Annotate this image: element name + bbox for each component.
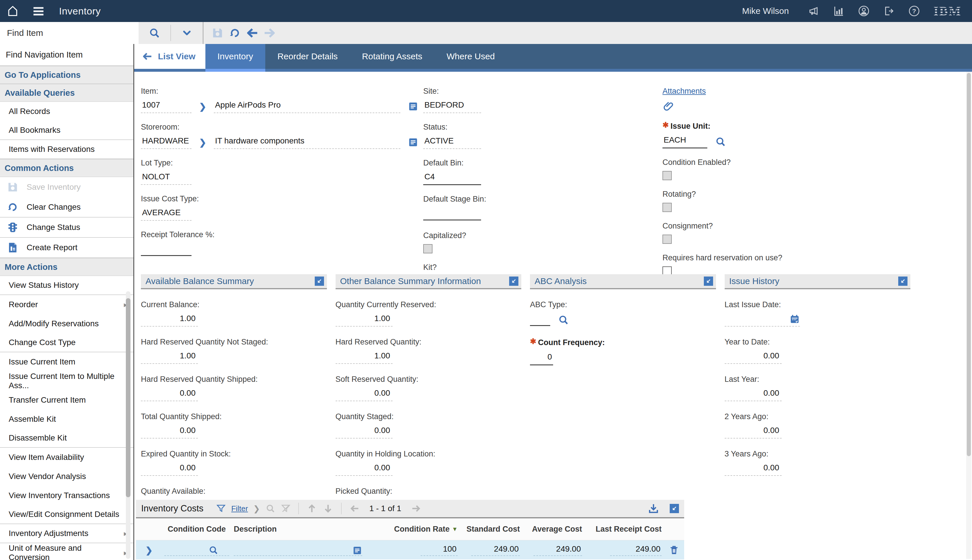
issue-unit-input[interactable]: EACH	[662, 135, 707, 148]
sidebar-item-items-with-reservations[interactable]: Items with Reservations	[0, 140, 133, 159]
maximize-panel-icon[interactable]	[704, 277, 713, 286]
sidebar-item-all-records[interactable]: All Records	[0, 102, 133, 121]
action-view-edit-consignment-details[interactable]: View/Edit Consignment Details	[0, 505, 133, 524]
sidebar-section-common-actions[interactable]: Common Actions	[0, 159, 133, 177]
action-view-item-availability[interactable]: View Item Availability	[0, 448, 133, 467]
abc-type-input[interactable]	[530, 314, 550, 326]
action-view-inventory-transactions[interactable]: View Inventory Transactions	[0, 486, 133, 505]
last-issue-date-input[interactable]	[725, 314, 789, 324]
home-button[interactable]	[0, 0, 25, 22]
row-description-cell[interactable]	[232, 540, 365, 559]
find-search-button[interactable]	[138, 22, 170, 44]
delete-row-icon[interactable]	[669, 545, 680, 556]
main-scrollbar-thumb[interactable]	[967, 73, 971, 456]
save-icon[interactable]	[211, 26, 224, 40]
maximize-table-icon[interactable]	[670, 504, 679, 513]
row-condition-rate[interactable]: 100	[421, 544, 458, 556]
profile-icon[interactable]	[858, 5, 870, 17]
item-description[interactable]: Apple AirPods Pro	[214, 100, 400, 113]
next-record-icon[interactable]	[263, 26, 276, 40]
item-detail-menu-icon[interactable]	[408, 101, 418, 112]
paperclip-icon[interactable]	[662, 100, 674, 112]
sidebar-section-go-to[interactable]: Go To Applications	[0, 66, 133, 84]
sidebar-item-all-bookmarks[interactable]: All Bookmarks	[0, 121, 133, 140]
column-average-cost[interactable]: Average Cost	[522, 518, 584, 540]
column-last-receipt-cost[interactable]: Last Receipt Cost	[584, 518, 664, 540]
storeroom-description[interactable]: IT hardware components	[214, 136, 400, 149]
abc-type-lookup-icon[interactable]	[558, 314, 569, 326]
inventory-costs-section: Inventory Costs Filter ❯ 1 - 1	[136, 500, 684, 559]
query-dropdown-button[interactable]	[171, 22, 203, 44]
action-transfer-current-item[interactable]: Transfer Current Item	[0, 390, 133, 410]
announcements-icon[interactable]	[808, 5, 820, 17]
field-default-bin: Default Bin: C4	[423, 158, 655, 185]
find-item-input[interactable]	[0, 22, 138, 44]
attachments-link[interactable]: Attachments	[662, 87, 972, 96]
row-average-cost[interactable]: 249.00	[534, 544, 582, 556]
download-icon[interactable]	[648, 503, 659, 514]
calendar-icon[interactable]	[789, 314, 800, 324]
sidebar-scrollbar-thumb[interactable]	[126, 298, 130, 497]
sidebar-section-more-actions[interactable]: More Actions	[0, 258, 133, 276]
action-disassemble-kit[interactable]: Disassemble Kit	[0, 429, 133, 448]
signout-icon[interactable]	[883, 5, 895, 17]
action-unit-of-measure[interactable]: Unit of Measure and Conversion▸	[0, 543, 133, 560]
maximize-panel-icon[interactable]	[898, 277, 907, 286]
reports-icon[interactable]	[833, 5, 844, 17]
tab-rotating-assets[interactable]: Rotating Assets	[350, 44, 434, 69]
action-add-modify-reservations[interactable]: Add/Modify Reservations	[0, 314, 133, 333]
user-name[interactable]: Mike Wilson	[742, 6, 789, 16]
row-standard-cost[interactable]: 249.00	[471, 544, 520, 556]
tab-inventory[interactable]: Inventory	[205, 44, 265, 69]
storeroom-detail-menu-icon[interactable]	[408, 137, 418, 148]
clear-changes-icon[interactable]	[228, 26, 242, 40]
row-last-receipt-cost[interactable]: 249.00	[610, 544, 662, 556]
sidebar-section-available-queries[interactable]: Available Queries	[0, 84, 133, 102]
action-create-report[interactable]: Create Report	[0, 238, 133, 258]
column-standard-cost[interactable]: Standard Cost	[460, 518, 522, 540]
storeroom-value[interactable]: HARDWARE	[141, 136, 192, 149]
row-condition-code-cell[interactable]	[162, 540, 232, 559]
action-issue-current-item[interactable]: Issue Current Item	[0, 352, 133, 372]
action-reorder[interactable]: Reorder▸	[0, 295, 133, 314]
action-view-vendor-analysis[interactable]: View Vendor Analysis	[0, 467, 133, 486]
table-row[interactable]: ❯ 100 249.00 24	[136, 540, 684, 559]
field-hard-reservation: Requires hard reservation on use?	[662, 253, 972, 276]
action-change-status[interactable]: Change Status	[0, 218, 133, 238]
filter-link[interactable]: Filter	[231, 504, 248, 513]
condition-code-lookup-icon[interactable]	[208, 545, 219, 555]
action-view-status-history[interactable]: View Status History	[0, 276, 133, 295]
tab-list-view[interactable]: List View	[134, 44, 205, 69]
column-description[interactable]: Description	[232, 518, 365, 540]
action-inventory-adjustments[interactable]: Inventory Adjustments▸	[0, 524, 133, 543]
default-stage-bin-input[interactable]	[423, 208, 481, 220]
help-icon[interactable]: ?	[908, 5, 920, 17]
action-issue-current-item-multiple[interactable]: Issue Current Item to Multiple Ass...	[0, 372, 133, 390]
main-scrollbar[interactable]	[966, 72, 971, 559]
row-expand-chevron-icon[interactable]: ❯	[145, 545, 152, 555]
menu-button[interactable]	[25, 0, 52, 22]
filter-icon[interactable]	[216, 503, 226, 513]
count-frequency-input[interactable]: 0	[530, 352, 553, 365]
action-assemble-kit[interactable]: Assemble Kit	[0, 410, 133, 429]
issue-unit-lookup-icon[interactable]	[715, 136, 726, 148]
tab-reorder-details[interactable]: Reorder Details	[265, 44, 350, 69]
maximize-panel-icon[interactable]	[509, 277, 519, 286]
default-bin-input[interactable]: C4	[423, 172, 481, 185]
toolbar-separator	[341, 503, 342, 514]
column-condition-rate[interactable]: Condition Rate▼	[365, 518, 460, 540]
expand-filter-chevron-icon[interactable]: ❯	[253, 504, 260, 513]
action-change-cost-type[interactable]: Change Cost Type	[0, 333, 133, 352]
find-navigation-input[interactable]	[0, 44, 133, 66]
tab-where-used[interactable]: Where Used	[435, 44, 507, 69]
receipt-tolerance-input[interactable]	[141, 243, 192, 256]
description-detail-menu-icon[interactable]	[352, 545, 362, 555]
action-clear-changes[interactable]: Clear Changes	[0, 197, 133, 218]
previous-record-icon[interactable]	[246, 26, 259, 40]
item-value[interactable]: 1007	[141, 100, 192, 113]
sidebar-scrollbar[interactable]	[126, 291, 130, 559]
item-drilldown-chevron-icon[interactable]: ❯	[199, 102, 206, 112]
maximize-panel-icon[interactable]	[315, 277, 324, 286]
storeroom-drilldown-chevron-icon[interactable]: ❯	[199, 137, 206, 148]
column-condition-code[interactable]: Condition Code	[162, 518, 232, 540]
